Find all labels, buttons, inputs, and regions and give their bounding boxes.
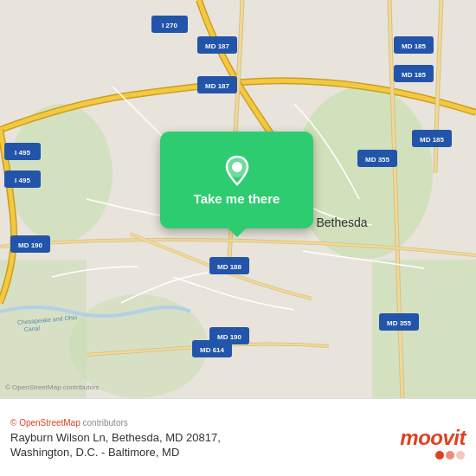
svg-text:MD 188: MD 188 bbox=[217, 263, 242, 271]
openstreetmap-link[interactable]: © OpenStreetMap bbox=[10, 418, 80, 428]
address-line2: Washington, D.C. - Baltimore, MD bbox=[10, 446, 179, 459]
app: Chesapeake and Ohio Canal bbox=[0, 0, 476, 476]
svg-text:MD 614: MD 614 bbox=[200, 346, 225, 354]
take-me-there-label: Take me there bbox=[194, 191, 280, 206]
svg-text:Bethesda: Bethesda bbox=[316, 215, 367, 229]
svg-text:MD 185: MD 185 bbox=[420, 136, 445, 144]
svg-text:MD 185: MD 185 bbox=[402, 71, 427, 79]
svg-text:I 495: I 495 bbox=[15, 149, 30, 157]
moovit-logo-container: moovit bbox=[400, 426, 466, 460]
svg-point-41 bbox=[446, 451, 454, 460]
svg-point-39 bbox=[232, 162, 242, 172]
svg-point-40 bbox=[435, 451, 444, 460]
take-me-there-button[interactable]: Take me there bbox=[160, 132, 313, 228]
location-pin-icon bbox=[222, 155, 253, 186]
svg-text:MD 187: MD 187 bbox=[205, 42, 230, 50]
footer-address: Rayburn Wilson Ln, Bethesda, MD 20817, W… bbox=[10, 431, 466, 460]
footer-copyright: © OpenStreetMap © OpenStreetMap contribu… bbox=[10, 418, 466, 428]
svg-point-1 bbox=[294, 87, 433, 260]
address-line1: Rayburn Wilson Ln, Bethesda, MD 20817, bbox=[10, 431, 221, 444]
contributors-label: contributors bbox=[83, 418, 128, 428]
map-container: Chesapeake and Ohio Canal bbox=[0, 0, 476, 398]
svg-text:MD 190: MD 190 bbox=[217, 333, 242, 341]
svg-text:© OpenStreetMap contributors: © OpenStreetMap contributors bbox=[5, 383, 100, 391]
svg-text:MD 355: MD 355 bbox=[387, 319, 412, 327]
svg-text:I 270: I 270 bbox=[162, 22, 177, 29]
moovit-logo: moovit bbox=[400, 426, 466, 450]
moovit-text: moovit bbox=[400, 426, 466, 449]
svg-text:MD 185: MD 185 bbox=[402, 42, 427, 50]
svg-text:MD 190: MD 190 bbox=[18, 241, 43, 249]
svg-point-42 bbox=[456, 451, 465, 460]
svg-text:I 495: I 495 bbox=[15, 177, 30, 184]
svg-text:MD 355: MD 355 bbox=[365, 156, 390, 164]
footer: © OpenStreetMap © OpenStreetMap contribu… bbox=[0, 398, 476, 476]
moovit-dots bbox=[434, 450, 466, 460]
svg-text:MD 187: MD 187 bbox=[205, 82, 230, 90]
